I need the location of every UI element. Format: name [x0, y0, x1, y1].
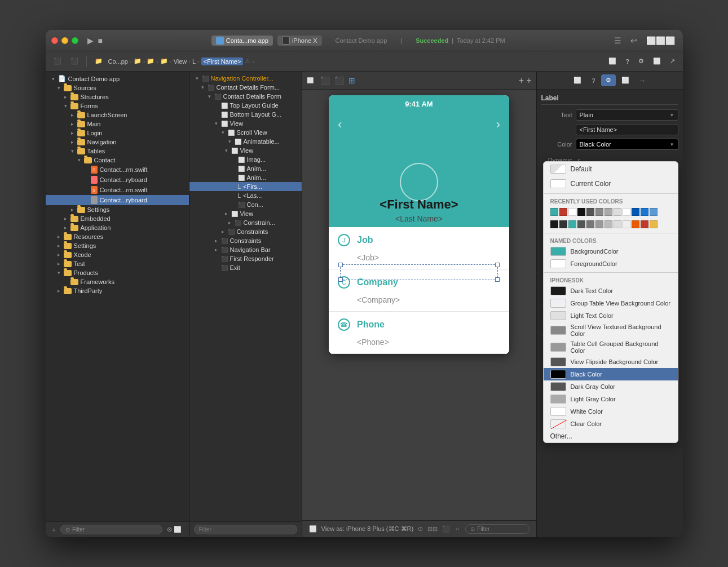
inspector-tab-connections[interactable]: → — [635, 75, 650, 86]
color-cell[interactable] — [605, 220, 612, 228]
animatable-item[interactable]: ⬜ Animatable... — [189, 137, 302, 146]
sidebar-item-resources[interactable]: Resources — [46, 232, 189, 241]
contact-form-root[interactable]: ⬛ Contact Details Form — [189, 92, 302, 101]
clear-option[interactable]: Clear Color — [544, 418, 678, 430]
top-layout-guide[interactable]: ⬜ Top Layout Guide — [189, 101, 302, 110]
filter-field[interactable]: ⊙ Filter — [60, 525, 163, 534]
bg-color-option[interactable]: BackgroundColor — [544, 245, 678, 258]
constraints-1[interactable]: ⬛ Constraints — [189, 227, 302, 236]
sidebar-item-settings[interactable]: Settings — [46, 205, 189, 214]
color-cell[interactable] — [641, 220, 648, 228]
inspector-btn-2[interactable]: ? — [622, 56, 632, 67]
scroll-view-item[interactable]: ⬜ Scroll View — [189, 128, 302, 137]
black-color-option[interactable]: Black Color — [544, 368, 678, 380]
color-cell[interactable] — [605, 208, 612, 216]
inspector-tab-quick[interactable]: ? — [587, 75, 599, 86]
close-button[interactable] — [51, 37, 58, 44]
maximize-button[interactable] — [72, 37, 78, 44]
dark-gray-option[interactable]: Dark Gray Color — [544, 380, 678, 393]
color-cell[interactable] — [595, 208, 603, 216]
first-name-label-selected[interactable]: L <Firs... — [189, 182, 302, 191]
sidebar-item-contact[interactable]: Contact — [46, 156, 189, 165]
toolbar-nav-right[interactable]: ⬛ — [67, 56, 82, 67]
color-cell[interactable] — [595, 220, 603, 228]
sort-btn[interactable]: ⊙ ⬜ — [165, 525, 184, 534]
sidebar-item-frameworks[interactable]: Frameworks — [46, 277, 189, 286]
sidebar-file-4-selected[interactable]: Contact...ryboard — [46, 195, 189, 205]
device-tab[interactable]: iPhone X — [277, 36, 322, 46]
color-cell[interactable] — [568, 208, 576, 216]
sidebar-item-thirdparty[interactable]: ThirdParty — [46, 286, 189, 295]
inspector-btn-1[interactable]: ⬜ — [605, 56, 620, 67]
sidebar-item-xcode[interactable]: Xcode — [46, 250, 189, 259]
bottom-layout-guide[interactable]: ⬜ Bottom Layout G... — [189, 110, 302, 119]
inspector-tab-identity[interactable]: ⚙ — [601, 74, 616, 86]
color-cell[interactable] — [623, 208, 630, 216]
group-table-option[interactable]: Group Table View Background Color — [544, 297, 678, 309]
sidebar-item-main[interactable]: Main — [46, 119, 189, 129]
anim-item-2[interactable]: ⬜ Anim... — [189, 173, 302, 182]
color-cell[interactable] — [650, 220, 658, 228]
sidebar-item-settings2[interactable]: Settings — [46, 241, 189, 250]
stop-button[interactable]: ■ — [96, 35, 105, 46]
color-option-default[interactable]: Default — [544, 162, 678, 176]
other-color-btn[interactable]: Other... — [544, 430, 678, 442]
contact-form-item[interactable]: ⬛ Contact Details Form... — [189, 83, 302, 92]
table-cell-option[interactable]: Table Cell Grouped Background Color — [544, 339, 678, 356]
fg-color-option[interactable]: ForegroundColor — [544, 258, 678, 270]
canvas-filter[interactable]: ⊙ Filter — [465, 524, 529, 534]
anim-item-1[interactable]: ⬜ Anim... — [189, 164, 302, 173]
color-cell[interactable] — [632, 208, 639, 216]
sidebar-item-products[interactable]: Products — [46, 268, 189, 277]
sidebar-item-tables[interactable]: Tables — [46, 147, 189, 156]
sidebar-item-sources[interactable]: Sources — [46, 83, 189, 92]
inspector-btn-4[interactable]: ⬜ — [650, 56, 664, 67]
image-item[interactable]: ⬜ Imag... — [189, 155, 302, 164]
constraint-item[interactable]: ⬛ Con... — [189, 200, 302, 209]
color-option-current[interactable]: Current Color — [544, 176, 678, 191]
inner-view[interactable]: ⬜ View — [189, 146, 302, 155]
inspector-tab-file[interactable]: ⬜ — [569, 74, 586, 86]
color-cell[interactable] — [586, 208, 594, 216]
tree-root[interactable]: 📄 Contact Demo app — [46, 74, 189, 83]
color-cell[interactable] — [577, 208, 585, 216]
folder-icon-btn[interactable]: 📁 — [91, 56, 106, 67]
constraints-2[interactable]: ⬛ Constraints — [189, 236, 302, 245]
last-name-label[interactable]: L <Las... — [189, 191, 302, 200]
first-responder[interactable]: ⬛ First Responder — [189, 254, 302, 263]
white-option[interactable]: White Color — [544, 405, 678, 418]
inspect-icon[interactable]: ↩ — [628, 35, 639, 46]
navigator-toggle[interactable]: ☰ — [612, 35, 624, 46]
view-item[interactable]: ⬜ View — [189, 119, 302, 128]
text-value-field[interactable]: <First Name> — [576, 124, 678, 135]
run-button[interactable]: ▶ — [85, 35, 96, 46]
color-cell[interactable] — [586, 220, 594, 228]
canvas-plus-btn2[interactable]: + — [526, 76, 531, 86]
color-cell[interactable] — [650, 208, 658, 216]
view-2[interactable]: ⬜ View — [189, 209, 302, 218]
inspector-btn-3[interactable]: ⚙ — [635, 56, 647, 67]
scroll-view-option[interactable]: Scroll View Textured Background Color — [544, 322, 678, 339]
middle-filter-input[interactable] — [194, 525, 297, 534]
color-cell[interactable] — [614, 220, 621, 228]
light-text-option[interactable]: Light Text Color — [544, 309, 678, 322]
nav-controller-item[interactable]: ⬛ Navigation Controller... — [189, 74, 302, 83]
canvas-plus-btn[interactable]: + — [519, 76, 524, 86]
text-type-field[interactable]: Plain ▼ — [576, 109, 678, 121]
sidebar-item-structures[interactable]: Structures — [46, 92, 189, 101]
layout-icons[interactable]: ⬜⬜⬜ — [644, 35, 677, 46]
inspector-tab-attributes[interactable]: ⬜ — [617, 74, 634, 86]
sidebar-item-launchscreen[interactable]: LaunchScreen — [46, 110, 189, 119]
light-gray-option[interactable]: Light Gray Color — [544, 393, 678, 405]
sidebar-file-3[interactable]: S Contact...rm.swift — [46, 185, 189, 195]
sidebar-item-application[interactable]: Application — [46, 223, 189, 232]
color-cell[interactable] — [641, 208, 648, 216]
color-field[interactable]: Black Color ▼ — [576, 139, 678, 150]
minimize-button[interactable] — [61, 37, 68, 44]
color-cell[interactable] — [550, 220, 558, 228]
sidebar-item-login[interactable]: Login — [46, 129, 189, 138]
dark-text-option[interactable]: Dark Text Color — [544, 285, 678, 297]
sidebar-item-forms[interactable]: Forms — [46, 101, 189, 110]
sidebar-file-2[interactable]: Contact...ryboard — [46, 175, 189, 185]
flipside-option[interactable]: View Flipside Background Color — [544, 356, 678, 368]
